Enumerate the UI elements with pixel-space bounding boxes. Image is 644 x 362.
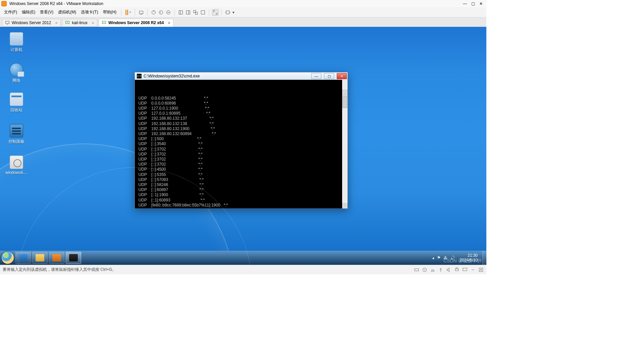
device-sound-icon[interactable] [446, 267, 451, 273]
desktop-icon-label: 控制面板 [5, 139, 28, 144]
cmd-icon: C:\ [137, 74, 142, 78]
cmd-output[interactable]: ▴ ▾ UDP 0.0.0.0:58245 *:* UDP 0.0.0.0:60… [135, 80, 347, 208]
cmd-titlebar[interactable]: C:\ C:\Windows\system32\cmd.exe — ▢ ✕ [135, 72, 347, 80]
desktop-icon-label: windows6.... [5, 170, 28, 175]
device-chevron-icon[interactable] [470, 267, 476, 273]
tray-network-icon[interactable]: 🖧 [443, 255, 447, 260]
minimize-button[interactable]: — [461, 1, 469, 7]
monitor-play-icon [102, 20, 106, 25]
tab-close-icon[interactable]: ✕ [55, 21, 58, 25]
tab-close-icon[interactable]: ✕ [168, 21, 170, 25]
device-display-icon[interactable] [462, 267, 468, 273]
tray-volume-icon[interactable]: 🔊 [450, 255, 455, 260]
vmware-menubar: 文件(F) 编辑(E) 查看(V) 虚拟机(M) 选项卡(T) 帮助(H) ▾ … [0, 7, 486, 17]
view-console-icon[interactable] [200, 9, 206, 16]
ie-icon [19, 254, 28, 261]
device-cd-icon[interactable] [422, 267, 427, 273]
view-split-icon[interactable] [185, 9, 192, 16]
view-unity-icon[interactable] [192, 9, 199, 16]
svg-rect-4 [179, 10, 183, 14]
pause-vm-button[interactable]: ▾ [124, 9, 132, 16]
close-button[interactable]: ✕ [477, 1, 485, 7]
clock-date: 2024/6/10 [460, 258, 478, 262]
system-tray: ▴ ⚑ 🖧 🔊 21:30 2024/6/10 [432, 251, 486, 265]
vm-tab-1[interactable]: Windows Server 2012 ✕ [2, 19, 61, 27]
snapshot-manage-icon[interactable] [165, 9, 172, 16]
stretch-icon[interactable] [224, 9, 231, 16]
device-hdd-icon[interactable] [414, 267, 419, 273]
scroll-thumb[interactable] [342, 96, 347, 108]
start-orb-icon [2, 252, 14, 264]
stretch-menu-arrow[interactable]: ▾ [232, 9, 235, 16]
cmd-window[interactable]: C:\ C:\Windows\system32\cmd.exe — ▢ ✕ ▴ … [135, 72, 348, 209]
show-desktop-button[interactable] [482, 251, 486, 265]
vmware-title: Windows Server 2008 R2 x64 - VMware Work… [9, 1, 103, 6]
vmware-icon [1, 1, 7, 6]
svg-rect-10 [6, 21, 9, 23]
scroll-down-arrow[interactable]: ▾ [342, 203, 347, 208]
vm-tab-3[interactable]: Windows Server 2008 R2 x64 ✕ [99, 19, 173, 27]
cmd-scrollbar[interactable]: ▴ ▾ [342, 80, 347, 208]
desktop-icon-windows6-package[interactable]: windows6.... [5, 156, 28, 175]
menu-edit[interactable]: 编辑(E) [20, 9, 37, 16]
monitor-play-icon [65, 20, 70, 25]
desktop-icon-label: 计算机 [5, 47, 28, 53]
device-printer-icon[interactable] [454, 267, 460, 273]
clock-time: 21:30 [460, 253, 478, 258]
snapshot-take-icon[interactable] [150, 9, 157, 16]
svg-rect-16 [455, 269, 458, 270]
menu-view[interactable]: 查看(V) [38, 9, 55, 16]
svg-rect-13 [415, 268, 419, 271]
menu-help[interactable]: 帮助(H) [101, 9, 119, 16]
device-net-icon[interactable] [430, 267, 435, 273]
maximize-button[interactable]: ▢ [469, 1, 477, 7]
svg-rect-8 [201, 10, 205, 14]
svg-point-2 [159, 10, 163, 14]
taskbar-wmp-icon[interactable] [49, 252, 64, 264]
status-text: 要将输入定向到该虚拟机，请将鼠标指针移入其中或按 Ctrl+G。 [3, 267, 116, 273]
my-computer-icon [10, 32, 23, 46]
control-panel-icon [10, 124, 23, 137]
svg-rect-18 [463, 268, 467, 270]
cmd-minimize-button[interactable]: — [311, 73, 321, 79]
guest-taskbar: ▴ ⚑ 🖧 🔊 21:30 2024/6/10 [0, 251, 486, 265]
tab-close-icon[interactable]: ✕ [92, 21, 94, 25]
vm-tab-2[interactable]: kail-linux ✕ [62, 19, 97, 27]
guest-desktop[interactable]: windows6....控制面板回收站网络计算机 C:\ C:\Windows\… [0, 27, 486, 265]
vmware-titlebar: Windows Server 2008 R2 x64 - VMware Work… [0, 0, 486, 7]
network-icon [10, 63, 23, 76]
menu-vm[interactable]: 虚拟机(M) [56, 9, 78, 16]
send-cad-icon[interactable] [138, 9, 145, 16]
tray-flag-icon[interactable]: ⚑ [437, 255, 441, 260]
cmd-close-button[interactable]: ✕ [337, 73, 347, 79]
taskbar-cmd-icon[interactable] [66, 252, 81, 264]
clock[interactable]: 21:30 2024/6/10 [458, 253, 480, 262]
device-menu-icon[interactable] [478, 267, 484, 273]
monitor-icon [5, 20, 10, 25]
start-button[interactable] [1, 251, 15, 265]
taskbar-explorer-icon[interactable] [32, 252, 48, 264]
desktop-icon-network[interactable]: 网络 [5, 63, 28, 83]
menu-file[interactable]: 文件(F) [2, 9, 19, 16]
recycle-bin-icon [10, 93, 23, 106]
desktop-icon-label: 网络 [5, 78, 28, 83]
snapshot-revert-icon[interactable] [158, 9, 164, 16]
fullscreen-icon[interactable] [212, 9, 219, 16]
menu-tabs[interactable]: 选项卡(T) [79, 9, 100, 16]
tray-arrow-icon[interactable]: ▴ [432, 255, 434, 260]
svg-rect-0 [140, 11, 143, 14]
svg-rect-9 [226, 11, 229, 14]
desktop-icon-recycle-bin[interactable]: 回收站 [5, 93, 28, 113]
desktop-icon-control-panel[interactable]: 控制面板 [5, 124, 28, 144]
svg-point-15 [424, 269, 425, 270]
scroll-up-arrow[interactable]: ▴ [342, 90, 347, 95]
device-usb-icon[interactable] [438, 267, 443, 273]
vm-tab-label: kail-linux [72, 20, 88, 25]
vm-tab-label: Windows Server 2012 [12, 20, 51, 25]
cmd-maximize-button[interactable]: ▢ [324, 73, 334, 79]
view-single-icon[interactable] [177, 9, 184, 16]
desktop-icon-my-computer[interactable]: 计算机 [5, 32, 28, 53]
taskbar-ie-icon[interactable] [15, 252, 31, 264]
svg-rect-5 [186, 10, 190, 14]
vm-tab-label: Windows Server 2008 R2 x64 [108, 20, 164, 25]
